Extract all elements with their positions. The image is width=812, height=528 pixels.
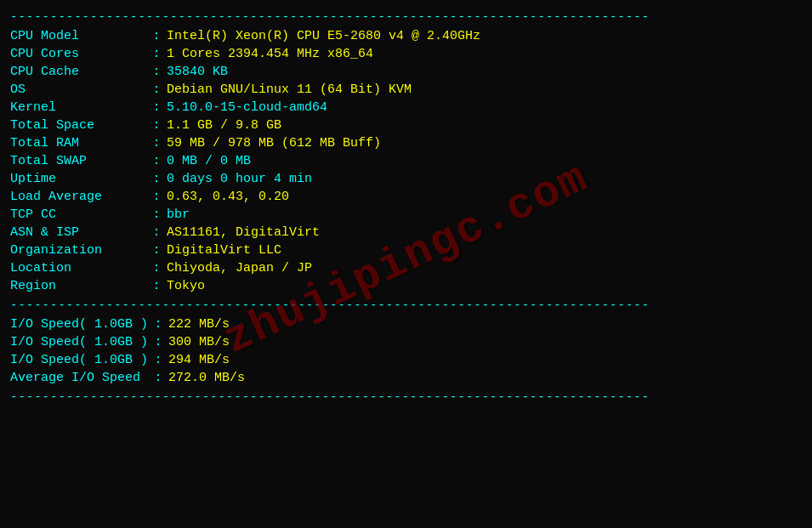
row-colon: : bbox=[146, 170, 167, 188]
row-colon: : bbox=[146, 277, 167, 295]
row-label: I/O Speed( 1.0GB ) bbox=[10, 351, 148, 369]
row-label: Total RAM bbox=[10, 134, 146, 152]
table-row: Average I/O Speed:272.0 MB/s bbox=[10, 369, 802, 387]
table-row: Load Average:0.63, 0.43, 0.20 bbox=[10, 188, 802, 206]
row-value: Intel(R) Xeon(R) CPU E5-2680 v4 @ 2.40GH… bbox=[167, 27, 802, 45]
row-colon: : bbox=[146, 99, 167, 116]
row-value: 222 MB/s bbox=[168, 315, 802, 333]
row-label: CPU Model bbox=[10, 27, 146, 45]
row-label: Load Average bbox=[10, 188, 146, 206]
row-colon: : bbox=[148, 333, 168, 351]
middle-separator: ----------------------------------------… bbox=[10, 298, 802, 312]
row-value: 59 MB / 978 MB (612 MB Buff) bbox=[167, 134, 802, 152]
table-row: Region:Tokyo bbox=[10, 277, 802, 295]
row-colon: : bbox=[148, 369, 168, 387]
row-label: CPU Cache bbox=[10, 63, 146, 81]
row-value: 1.1 GB / 9.8 GB bbox=[167, 116, 802, 134]
row-value: DigitalVirt LLC bbox=[167, 241, 802, 259]
row-label: I/O Speed( 1.0GB ) bbox=[10, 333, 148, 351]
row-colon: : bbox=[146, 152, 167, 170]
row-colon: : bbox=[146, 27, 167, 45]
row-colon: : bbox=[146, 224, 167, 241]
row-label: ASN & ISP bbox=[10, 224, 146, 241]
row-label: I/O Speed( 1.0GB ) bbox=[10, 315, 148, 333]
table-row: Total SWAP:0 MB / 0 MB bbox=[10, 152, 802, 170]
row-value: 272.0 MB/s bbox=[168, 369, 802, 387]
table-row: CPU Model:Intel(R) Xeon(R) CPU E5-2680 v… bbox=[10, 27, 802, 45]
row-label: TCP CC bbox=[10, 206, 146, 224]
row-colon: : bbox=[146, 206, 167, 224]
table-row: I/O Speed( 1.0GB ):294 MB/s bbox=[10, 351, 802, 369]
row-label: Total SWAP bbox=[10, 152, 146, 170]
row-value: 0.63, 0.43, 0.20 bbox=[167, 188, 802, 206]
table-row: I/O Speed( 1.0GB ):300 MB/s bbox=[10, 333, 802, 351]
row-colon: : bbox=[146, 45, 167, 63]
table-row: Total RAM:59 MB / 978 MB (612 MB Buff) bbox=[10, 134, 802, 152]
row-label: OS bbox=[10, 81, 146, 99]
row-value: 294 MB/s bbox=[168, 351, 802, 369]
row-colon: : bbox=[146, 188, 167, 206]
row-colon: : bbox=[146, 63, 167, 81]
table-row: CPU Cache:35840 KB bbox=[10, 63, 802, 81]
row-label: Uptime bbox=[10, 170, 146, 188]
system-info-table: CPU Model:Intel(R) Xeon(R) CPU E5-2680 v… bbox=[10, 27, 802, 295]
table-row: Location:Chiyoda, Japan / JP bbox=[10, 259, 802, 277]
row-colon: : bbox=[148, 351, 168, 369]
top-separator: ----------------------------------------… bbox=[10, 10, 802, 24]
row-value: AS11161, DigitalVirt bbox=[167, 224, 802, 241]
row-value: 0 days 0 hour 4 min bbox=[167, 170, 802, 188]
row-label: Region bbox=[10, 277, 146, 295]
row-value: Debian GNU/Linux 11 (64 Bit) KVM bbox=[167, 81, 802, 99]
row-colon: : bbox=[146, 116, 167, 134]
table-row: I/O Speed( 1.0GB ):222 MB/s bbox=[10, 315, 802, 333]
table-row: TCP CC:bbr bbox=[10, 206, 802, 224]
row-value: bbr bbox=[167, 206, 802, 224]
row-value: Chiyoda, Japan / JP bbox=[167, 259, 802, 277]
row-label: Total Space bbox=[10, 116, 146, 134]
row-value: Tokyo bbox=[167, 277, 802, 295]
bottom-separator: ----------------------------------------… bbox=[10, 390, 802, 404]
row-colon: : bbox=[146, 259, 167, 277]
row-value: 300 MB/s bbox=[168, 333, 802, 351]
table-row: CPU Cores:1 Cores 2394.454 MHz x86_64 bbox=[10, 45, 802, 63]
row-colon: : bbox=[146, 81, 167, 99]
row-label: Organization bbox=[10, 241, 146, 259]
row-value: 0 MB / 0 MB bbox=[167, 152, 802, 170]
row-value: 1 Cores 2394.454 MHz x86_64 bbox=[167, 45, 802, 63]
row-colon: : bbox=[146, 134, 167, 152]
row-label: Kernel bbox=[10, 99, 146, 116]
row-colon: : bbox=[148, 315, 168, 333]
row-value: 35840 KB bbox=[167, 63, 802, 81]
table-row: ASN & ISP:AS11161, DigitalVirt bbox=[10, 224, 802, 241]
row-label: Average I/O Speed bbox=[10, 369, 148, 387]
row-colon: : bbox=[146, 241, 167, 259]
table-row: OS:Debian GNU/Linux 11 (64 Bit) KVM bbox=[10, 81, 802, 99]
table-row: Total Space:1.1 GB / 9.8 GB bbox=[10, 116, 802, 134]
table-row: Kernel:5.10.0-15-cloud-amd64 bbox=[10, 99, 802, 116]
row-label: Location bbox=[10, 259, 146, 277]
row-label: CPU Cores bbox=[10, 45, 146, 63]
io-info-table: I/O Speed( 1.0GB ):222 MB/sI/O Speed( 1.… bbox=[10, 315, 802, 387]
table-row: Organization:DigitalVirt LLC bbox=[10, 241, 802, 259]
table-row: Uptime:0 days 0 hour 4 min bbox=[10, 170, 802, 188]
row-value: 5.10.0-15-cloud-amd64 bbox=[167, 99, 802, 116]
